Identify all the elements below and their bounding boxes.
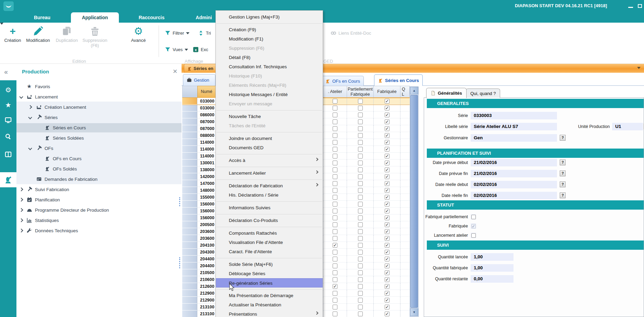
statut-checkbox[interactable] [471, 214, 476, 220]
checkbox-cell-atelier[interactable] [323, 249, 347, 256]
numero-cell[interactable]: 033000 [197, 105, 215, 111]
field-value[interactable]: 0,00 [471, 275, 513, 283]
menu-item-visualisation-file-d-attente[interactable]: Visualisation File d'Attente [216, 238, 323, 247]
checkbox-cell-q[interactable] [400, 235, 410, 242]
row-selector-cell[interactable] [182, 118, 197, 125]
statut-checkbox[interactable]: ✓ [471, 223, 476, 229]
menu-item-informations-suivies[interactable]: Informations Suivies [216, 203, 323, 212]
splitter-grip[interactable] [179, 257, 181, 268]
checkbox-cell-part[interactable] [347, 262, 374, 269]
menu-item-joindre-un-document[interactable]: Joindre un document [216, 134, 323, 143]
modification-button[interactable]: Modification [23, 25, 53, 43]
row-selector-cell[interactable] [182, 221, 197, 228]
menu-item-el-ments-r-cents-maj-f8-[interactable]: Eléments Récents (Maj+F8) [216, 81, 323, 90]
checkbox-cell-q[interactable] [400, 269, 410, 276]
menu-item-cr-ation-f9-[interactable]: Création (F9) [216, 25, 323, 34]
checkbox-cell-fab[interactable]: ✓ [373, 146, 400, 153]
numero-cell[interactable]: 156000 [197, 214, 215, 221]
menu-item-actualiser-la-pr-sentation[interactable]: Actualiser la Présentation [216, 300, 323, 309]
checkbox-cell-part[interactable] [347, 276, 374, 283]
tab-bureau[interactable]: Bureau [27, 12, 58, 23]
help-button[interactable]: ? [560, 181, 566, 187]
row-selector-cell[interactable] [182, 125, 197, 132]
field-value[interactable]: 02/02/2016 [471, 192, 557, 199]
numero-cell[interactable]: 212900 [197, 290, 215, 297]
checkbox-cell-q[interactable] [400, 297, 410, 304]
checkbox-cell-atelier[interactable] [323, 290, 347, 297]
checkbox-cell-part[interactable] [347, 256, 374, 262]
checkbox-cell-part[interactable] [347, 105, 374, 111]
numero-cell[interactable]: 147000 [197, 180, 215, 187]
menu-item-lancement-atelier[interactable]: Lancement Atelier [216, 168, 323, 178]
menu-item-d-tail-f8-[interactable]: Détail (F8) [216, 53, 323, 62]
vues-button[interactable]: Vues [165, 47, 188, 52]
row-selector-cell[interactable] [182, 310, 197, 317]
checkbox-cell-fab[interactable]: ✓ [373, 214, 400, 221]
row-selector-cell[interactable] [182, 283, 197, 290]
row-selector-cell[interactable] [182, 290, 197, 297]
row-selector-cell[interactable] [182, 105, 197, 111]
checkbox-cell-fab[interactable]: ✓ [373, 297, 400, 304]
rail-item-gear-icon[interactable]: ⚙ [0, 82, 16, 97]
field-value[interactable]: Gen [471, 134, 557, 142]
checkbox-cell-q[interactable] [400, 111, 410, 118]
sidebar-item-favoris[interactable]: ★Favoris [16, 82, 182, 91]
checkbox-cell-part[interactable] [347, 297, 374, 304]
numero-cell[interactable]: 087000 [197, 125, 215, 132]
menu-item-nouvelle-t-che[interactable]: Nouvelle Tâche [216, 112, 323, 121]
checkbox-cell-fab[interactable]: ✓ [373, 139, 400, 146]
rail-item-star-icon[interactable]: ★ [0, 97, 16, 113]
tab-ofs-en-cours[interactable]: OFs en Cours [321, 76, 364, 86]
checkbox-cell-part[interactable] [347, 98, 374, 105]
row-selector-cell[interactable] [182, 201, 197, 208]
checkbox-cell-part[interactable] [347, 132, 374, 139]
table-scrollbar[interactable]: ▲▼ [410, 86, 419, 317]
checkbox-cell-q[interactable] [400, 310, 410, 317]
checkbox-cell-atelier[interactable] [323, 194, 347, 201]
checkbox-cell-part[interactable] [347, 139, 374, 146]
field-value[interactable]: 21/02/2016 [471, 159, 557, 166]
document-tab-series[interactable]: Séries en [184, 64, 216, 73]
checkbox-cell-part[interactable] [347, 194, 374, 201]
row-selector-cell[interactable] [182, 111, 197, 118]
numero-cell[interactable]: 200500 [197, 221, 215, 228]
row-selector-cell[interactable] [182, 173, 197, 180]
column-header[interactable] [182, 86, 198, 98]
checkbox-cell-atelier[interactable] [323, 201, 347, 208]
checkbox-cell-fab[interactable]: ✓ [373, 276, 400, 283]
help-button[interactable]: ? [560, 192, 566, 198]
sidebar-item-statistiques[interactable]: Statistiques [16, 216, 182, 225]
menu-item-acc-s-[interactable]: Accès à [216, 156, 323, 165]
checkbox-cell-fab[interactable]: ✓ [373, 283, 400, 290]
checkbox-cell-fab[interactable]: ✓ [373, 256, 400, 262]
numero-cell[interactable]: 130001 [197, 160, 215, 166]
checkbox-cell-part[interactable] [347, 208, 374, 214]
menu-item-ma-pr-sentation-de-d-marrage[interactable]: Ma Présentation de Démarrage [216, 291, 323, 300]
checkbox-cell-atelier[interactable] [323, 256, 347, 262]
checkbox-cell-part[interactable] [347, 214, 374, 221]
checkbox-cell-part[interactable] [347, 187, 374, 194]
checkbox-cell-q[interactable] [400, 160, 410, 166]
checkbox-cell-part[interactable] [347, 111, 374, 118]
rail-item-robot-icon[interactable] [0, 172, 16, 187]
field-value[interactable]: 0330003 [471, 112, 557, 119]
checkbox-cell-atelier[interactable] [323, 297, 347, 304]
numero-cell[interactable]: 204400 [197, 256, 215, 262]
création-button[interactable]: +Création [3, 25, 23, 43]
checkbox-cell-part[interactable] [347, 228, 374, 235]
field-value[interactable]: U1 [612, 123, 643, 130]
row-selector-cell[interactable] [182, 132, 197, 139]
numero-cell[interactable]: 210600 [197, 276, 215, 283]
numero-cell[interactable]: 203600 [197, 235, 215, 242]
checkbox-cell-q[interactable] [400, 187, 410, 194]
numero-cell[interactable]: 204400 [197, 262, 215, 269]
numero-cell[interactable]: 033000 [197, 98, 215, 105]
row-selector-cell[interactable] [182, 139, 197, 146]
row-selector-cell[interactable] [182, 262, 197, 269]
menu-item-suppression-f6-[interactable]: Suppression (F6) [216, 44, 323, 53]
checkbox-cell-atelier[interactable] [323, 214, 347, 221]
checkbox-cell-q[interactable] [400, 201, 410, 208]
checkbox-cell-q[interactable] [400, 173, 410, 180]
row-selector-cell[interactable] [182, 146, 197, 153]
checkbox-cell-fab[interactable]: ✓ [373, 310, 400, 317]
